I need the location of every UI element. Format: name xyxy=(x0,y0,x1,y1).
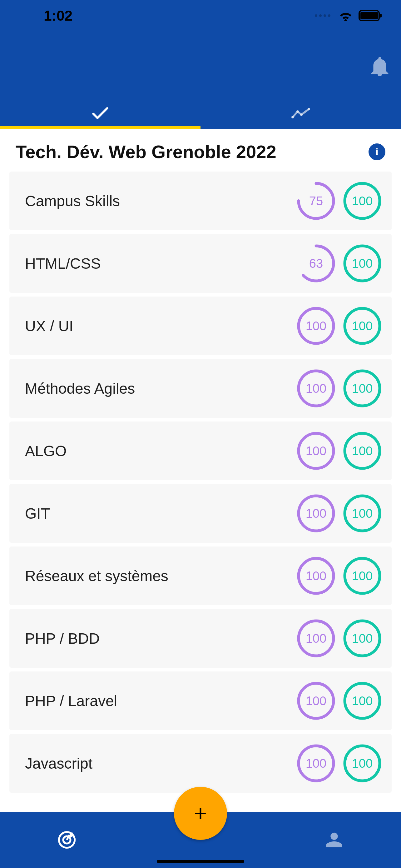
status-icons xyxy=(315,10,382,21)
progress-ring: 100 xyxy=(342,743,382,783)
progress-value: 75 xyxy=(296,181,336,221)
progress-ring: 100 xyxy=(342,368,382,408)
progress-ring: 100 xyxy=(342,556,382,596)
skill-label: Réseaux et systèmes xyxy=(25,567,168,585)
svg-point-5 xyxy=(300,114,303,116)
skill-scores: 100 100 xyxy=(296,743,382,783)
progress-ring: 100 xyxy=(342,243,382,283)
skill-label: Javascript xyxy=(25,755,93,772)
progress-ring: 100 xyxy=(342,681,382,721)
wifi-icon xyxy=(338,10,353,21)
skill-scores: 100 100 xyxy=(296,306,382,346)
skill-scores: 100 100 xyxy=(296,493,382,533)
skill-row[interactable]: Javascript 100 100 xyxy=(9,734,392,793)
progress-ring: 100 xyxy=(342,306,382,346)
skill-label: PHP / BDD xyxy=(25,630,100,647)
skill-row[interactable]: GIT 100 100 xyxy=(9,484,392,543)
svg-point-4 xyxy=(296,110,299,113)
skill-label: Campus Skills xyxy=(25,192,120,210)
status-time: 1:02 xyxy=(44,7,72,24)
skill-label: Méthodes Agiles xyxy=(25,380,135,397)
skill-scores: 63 100 xyxy=(296,243,382,283)
progress-ring: 100 xyxy=(296,681,336,721)
check-icon xyxy=(92,107,109,119)
progress-ring: 100 xyxy=(342,181,382,221)
progress-ring: 63 xyxy=(296,243,336,283)
progress-value: 100 xyxy=(342,556,382,596)
progress-ring: 100 xyxy=(296,618,336,658)
tab-validated[interactable] xyxy=(0,97,201,129)
tab-analytics[interactable] xyxy=(201,97,401,129)
progress-value: 100 xyxy=(342,431,382,471)
progress-ring: 100 xyxy=(296,493,336,533)
chart-line-icon xyxy=(291,108,310,118)
progress-ring: 100 xyxy=(296,556,336,596)
progress-ring: 100 xyxy=(296,743,336,783)
skill-scores: 100 100 xyxy=(296,431,382,471)
progress-value: 100 xyxy=(296,556,336,596)
plus-icon: + xyxy=(194,802,207,824)
progress-value: 100 xyxy=(342,681,382,721)
status-bar: 1:02 xyxy=(0,0,401,31)
home-indicator xyxy=(157,860,244,863)
svg-rect-1 xyxy=(360,12,378,19)
progress-value: 100 xyxy=(296,743,336,783)
progress-value: 100 xyxy=(342,493,382,533)
skill-row[interactable]: PHP / BDD 100 100 xyxy=(9,609,392,668)
svg-point-6 xyxy=(308,108,310,110)
progress-ring: 75 xyxy=(296,181,336,221)
svg-rect-2 xyxy=(380,14,381,18)
skill-row[interactable]: PHP / Laravel 100 100 xyxy=(9,672,392,730)
progress-value: 100 xyxy=(296,493,336,533)
svg-point-3 xyxy=(291,116,294,118)
progress-value: 100 xyxy=(342,306,382,346)
skill-label: UX / UI xyxy=(25,317,73,335)
nav-profile[interactable] xyxy=(267,831,401,849)
skill-row[interactable]: Méthodes Agiles 100 100 xyxy=(9,359,392,418)
progress-ring: 100 xyxy=(342,431,382,471)
progress-ring: 100 xyxy=(342,618,382,658)
progress-value: 100 xyxy=(342,368,382,408)
progress-value: 100 xyxy=(296,306,336,346)
skill-label: HTML/CSS xyxy=(25,255,101,272)
skill-label: PHP / Laravel xyxy=(25,692,117,710)
top-tabs xyxy=(0,97,401,129)
skill-scores: 100 100 xyxy=(296,556,382,596)
info-button[interactable]: i xyxy=(369,144,386,160)
skill-row[interactable]: ALGO 100 100 xyxy=(9,422,392,480)
signal-dots-icon xyxy=(315,14,330,17)
nav-goals[interactable] xyxy=(0,830,134,849)
progress-ring: 100 xyxy=(296,368,336,408)
skill-row[interactable]: Campus Skills 75 100 xyxy=(9,172,392,230)
skill-label: GIT xyxy=(25,505,50,522)
progress-ring: 100 xyxy=(342,493,382,533)
person-icon xyxy=(326,831,343,849)
progress-value: 100 xyxy=(342,743,382,783)
skill-scores: 100 100 xyxy=(296,368,382,408)
notifications-icon[interactable] xyxy=(371,56,389,78)
progress-value: 100 xyxy=(342,618,382,658)
add-button[interactable]: + xyxy=(174,787,227,840)
progress-value: 100 xyxy=(342,243,382,283)
progress-value: 100 xyxy=(296,431,336,471)
progress-value: 100 xyxy=(296,368,336,408)
battery-icon xyxy=(359,10,382,21)
skill-scores: 100 100 xyxy=(296,681,382,721)
skill-list: Campus Skills 75 100 HTML/CSS xyxy=(0,172,401,793)
progress-value: 63 xyxy=(296,243,336,283)
skill-label: ALGO xyxy=(25,442,67,460)
skill-scores: 75 100 xyxy=(296,181,382,221)
progress-ring: 100 xyxy=(296,431,336,471)
skill-row[interactable]: UX / UI 100 100 xyxy=(9,297,392,355)
page-title: Tech. Dév. Web Grenoble 2022 xyxy=(15,141,276,162)
page-title-row: Tech. Dév. Web Grenoble 2022 i xyxy=(0,129,401,172)
progress-value: 100 xyxy=(296,681,336,721)
target-icon xyxy=(57,830,76,849)
app-header xyxy=(0,31,401,129)
skill-row[interactable]: Réseaux et systèmes 100 100 xyxy=(9,547,392,605)
skill-row[interactable]: HTML/CSS 63 100 xyxy=(9,234,392,293)
progress-value: 100 xyxy=(296,618,336,658)
progress-ring: 100 xyxy=(296,306,336,346)
progress-value: 100 xyxy=(342,181,382,221)
skill-scores: 100 100 xyxy=(296,618,382,658)
